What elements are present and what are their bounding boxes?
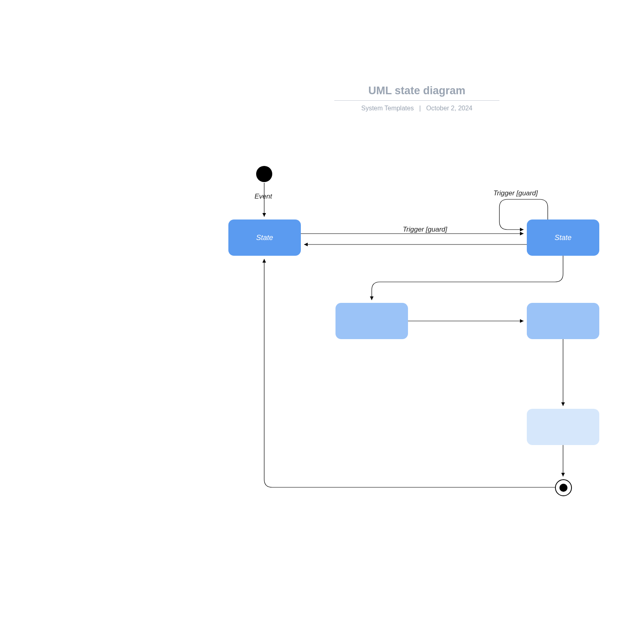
subtitle-left: System Templates [361, 105, 414, 112]
diagram-subtitle: System Templates | October 2, 2024 [334, 105, 499, 112]
subtitle-right: October 2, 2024 [426, 105, 472, 112]
state-node-4 [527, 303, 599, 339]
title-underline [334, 100, 499, 101]
state-label-1: State [256, 234, 273, 242]
final-state-icon [555, 479, 572, 496]
edge-label-selfloop: Trigger [guard] [493, 189, 538, 197]
state-node-1: State [228, 219, 301, 256]
state-label-2: State [555, 234, 572, 242]
subtitle-sep: | [416, 105, 425, 112]
diagram-title: UML state diagram [334, 85, 499, 100]
state-node-5 [527, 409, 599, 445]
diagram-canvas: UML state diagram System Templates | Oct… [0, 0, 644, 644]
state-node-3 [335, 303, 408, 339]
initial-state-icon [256, 166, 272, 182]
title-block: UML state diagram System Templates | Oct… [334, 85, 499, 112]
edge-label-event: Event [255, 193, 272, 201]
final-state-inner-icon [559, 484, 567, 492]
edge-label-trigger: Trigger [guard] [403, 226, 447, 234]
state-node-2: State [527, 219, 599, 256]
